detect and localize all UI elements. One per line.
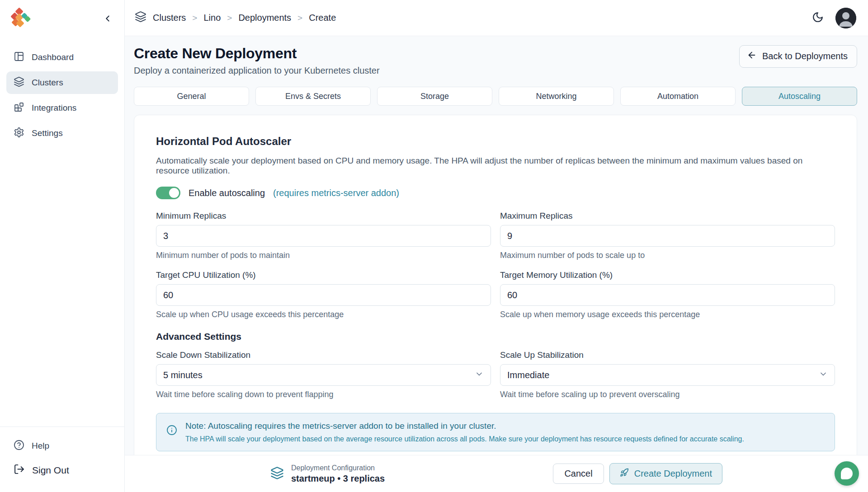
tab-automation[interactable]: Automation — [620, 87, 736, 106]
chevron-down-icon — [819, 370, 828, 381]
cpu-target-input[interactable] — [156, 284, 491, 306]
scale-up-helper: Wait time before scaling up to prevent o… — [500, 390, 835, 399]
dark-mode-toggle[interactable] — [812, 11, 824, 24]
arrow-left-icon — [747, 50, 757, 62]
note-text-block: Note: Autoscaling requires the metrics-s… — [185, 421, 744, 443]
sidebar-nav: Dashboard Clusters Integrations Settings — [0, 38, 124, 145]
sidebar-item-help[interactable]: Help — [6, 436, 118, 456]
sidebar-item-dashboard[interactable]: Dashboard — [6, 46, 118, 69]
toggle-knob — [169, 188, 179, 198]
cancel-button[interactable]: Cancel — [553, 464, 604, 484]
scale-down-value: 5 minutes — [163, 370, 203, 380]
memory-target-field: Target Memory Utilization (%) Scale up w… — [500, 270, 835, 319]
autoscaler-card: Horizontal Pod Autoscaler Automatically … — [134, 115, 857, 455]
breadcrumb-separator: > — [297, 13, 302, 23]
topbar: Clusters > Lino > Deployments > Create — [125, 0, 868, 36]
deployment-summary-text: Deployment Configuration startmeup • 3 r… — [291, 464, 385, 484]
cpu-target-helper: Scale up when CPU usage exceeds this per… — [156, 310, 491, 319]
breadcrumb-clusters[interactable]: Clusters — [153, 13, 186, 23]
sidebar-item-label: Settings — [32, 128, 63, 138]
autoscaler-form-grid: Minimum Replicas Minimum number of pods … — [156, 211, 835, 451]
sidebar-item-label: Help — [32, 441, 49, 451]
metrics-server-note: Note: Autoscaling requires the metrics-s… — [156, 413, 835, 451]
tab-envs-secrets[interactable]: Envs & Secrets — [255, 87, 371, 106]
scale-up-value: Immediate — [507, 370, 549, 380]
deployment-summary: Deployment Configuration startmeup • 3 r… — [270, 464, 385, 484]
tab-general[interactable]: General — [134, 87, 249, 106]
create-button-label: Create Deployment — [634, 469, 712, 479]
enable-autoscaling-row: Enable autoscaling (requires metrics-ser… — [156, 187, 835, 199]
max-replicas-helper: Maximum number of pods to scale up to — [500, 251, 835, 260]
moon-icon — [812, 11, 824, 24]
app-window: Dashboard Clusters Integrations Settings — [0, 0, 868, 492]
breadcrumb-separator: > — [227, 13, 232, 23]
user-avatar[interactable] — [835, 8, 856, 28]
chevron-down-icon — [475, 370, 484, 381]
max-replicas-input[interactable] — [500, 225, 835, 247]
section-description: Automatically scale your deployment base… — [156, 156, 835, 176]
cpu-target-field: Target CPU Utilization (%) Scale up when… — [156, 270, 491, 319]
blocks-icon — [14, 102, 24, 115]
gear-icon — [14, 127, 24, 140]
logout-icon — [14, 464, 25, 477]
back-to-deployments-button[interactable]: Back to Deployments — [739, 45, 857, 68]
scale-down-label: Scale Down Stabilization — [156, 350, 491, 360]
summary-value: startmeup • 3 replicas — [291, 473, 385, 484]
tab-networking[interactable]: Networking — [499, 87, 614, 106]
min-replicas-label: Minimum Replicas — [156, 211, 491, 221]
scale-down-helper: Wait time before scaling down to prevent… — [156, 390, 491, 399]
layers-icon — [135, 11, 146, 25]
note-body: The HPA will scale your deployment based… — [185, 435, 744, 443]
scale-up-select[interactable]: Immediate — [500, 364, 835, 386]
section-title: Horizontal Pod Autoscaler — [156, 135, 835, 148]
breadcrumb-deployments[interactable]: Deployments — [238, 13, 291, 23]
chat-widget-button[interactable] — [835, 461, 859, 486]
max-replicas-label: Maximum Replicas — [500, 211, 835, 221]
breadcrumb-cluster-name[interactable]: Lino — [203, 13, 221, 23]
min-replicas-field: Minimum Replicas Minimum number of pods … — [156, 211, 491, 260]
scale-up-field: Scale Up Stabilization Immediate Wait ti… — [500, 350, 835, 399]
main-area: Clusters > Lino > Deployments > Create — [125, 0, 868, 492]
breadcrumb-current: Create — [309, 13, 336, 23]
enable-autoscaling-toggle[interactable] — [156, 187, 180, 199]
min-replicas-helper: Minimum number of pods to maintain — [156, 251, 491, 260]
scale-down-select[interactable]: 5 minutes — [156, 364, 491, 386]
memory-target-label: Target Memory Utilization (%) — [500, 270, 835, 280]
page-title-block: Create New Deployment Deploy a container… — [134, 45, 380, 76]
footer-bar: Deployment Configuration startmeup • 3 r… — [125, 455, 868, 492]
topbar-actions — [812, 8, 856, 28]
sidebar-footer: Help Sign Out — [0, 426, 124, 492]
summary-label: Deployment Configuration — [291, 464, 385, 472]
sidebar: Dashboard Clusters Integrations Settings — [0, 0, 125, 492]
sidebar-item-label: Dashboard — [32, 52, 74, 62]
chevron-left-icon — [103, 14, 113, 25]
metrics-server-link[interactable]: (requires metrics-server addon) — [273, 188, 399, 198]
sidebar-item-clusters[interactable]: Clusters — [6, 71, 118, 94]
sidebar-header — [0, 0, 124, 38]
help-circle-icon — [14, 440, 24, 453]
breadcrumb-separator: > — [192, 13, 197, 23]
sidebar-item-signout[interactable]: Sign Out — [6, 460, 118, 480]
tab-storage[interactable]: Storage — [377, 87, 492, 106]
footer-content: Deployment Configuration startmeup • 3 r… — [270, 463, 722, 484]
advanced-settings-title: Advanced Settings — [156, 331, 835, 342]
sidebar-collapse-button[interactable] — [103, 14, 113, 25]
back-button-label: Back to Deployments — [762, 51, 848, 61]
sidebar-item-label: Integrations — [32, 103, 76, 113]
sidebar-item-label: Sign Out — [32, 465, 69, 476]
footer-actions: Cancel Create Deployment — [553, 463, 722, 484]
memory-target-input[interactable] — [500, 284, 835, 306]
sidebar-item-integrations[interactable]: Integrations — [6, 97, 118, 119]
tab-bar: General Envs & Secrets Storage Networkin… — [134, 87, 857, 106]
cpu-target-label: Target CPU Utilization (%) — [156, 270, 491, 280]
info-icon — [166, 425, 177, 437]
create-deployment-button[interactable]: Create Deployment — [609, 463, 722, 484]
chat-icon — [841, 468, 853, 479]
scale-up-label: Scale Up Stabilization — [500, 350, 835, 360]
min-replicas-input[interactable] — [156, 225, 491, 247]
breadcrumb: Clusters > Lino > Deployments > Create — [135, 11, 336, 25]
sidebar-item-settings[interactable]: Settings — [6, 122, 118, 145]
page-subtitle: Deploy a containerized application to yo… — [134, 66, 380, 76]
tab-autoscaling[interactable]: Autoscaling — [742, 87, 857, 106]
layers-icon — [14, 76, 24, 89]
